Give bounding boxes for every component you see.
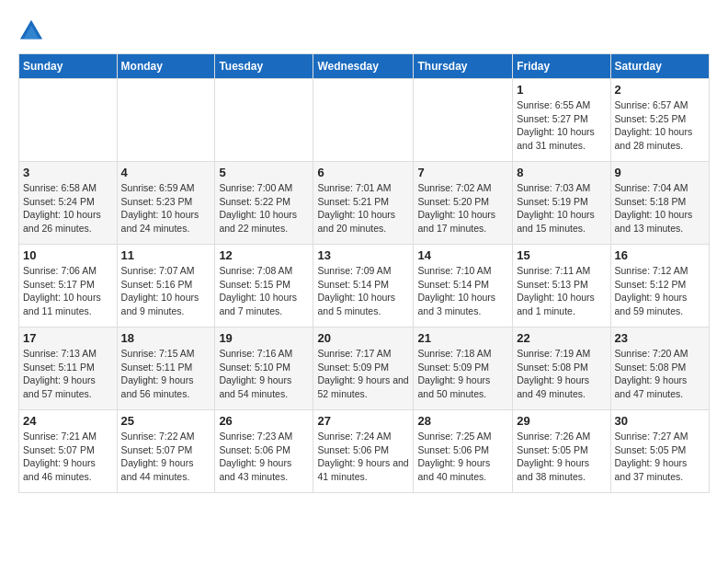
day-number: 23 [615, 331, 705, 345]
day-info: Sunrise: 7:18 AM Sunset: 5:09 PM Dayligh… [417, 347, 508, 401]
day-info: Sunrise: 7:12 AM Sunset: 5:12 PM Dayligh… [615, 264, 705, 318]
column-header-wednesday: Wednesday [313, 54, 414, 79]
day-cell: 8Sunrise: 7:03 AM Sunset: 5:19 PM Daylig… [513, 162, 610, 245]
day-cell: 11Sunrise: 7:07 AM Sunset: 5:16 PM Dayli… [117, 245, 215, 327]
day-cell: 14Sunrise: 7:10 AM Sunset: 5:14 PM Dayli… [414, 245, 513, 327]
calendar-table: SundayMondayTuesdayWednesdayThursdayFrid… [18, 53, 710, 493]
day-info: Sunrise: 6:59 AM Sunset: 5:23 PM Dayligh… [121, 181, 211, 236]
day-cell: 26Sunrise: 7:23 AM Sunset: 5:06 PM Dayli… [215, 410, 313, 493]
day-number: 16 [615, 248, 705, 262]
day-cell [414, 79, 513, 162]
day-info: Sunrise: 7:02 AM Sunset: 5:20 PM Dayligh… [417, 181, 508, 236]
column-header-tuesday: Tuesday [215, 54, 313, 79]
day-cell: 17Sunrise: 7:13 AM Sunset: 5:11 PM Dayli… [19, 327, 118, 410]
day-cell: 13Sunrise: 7:09 AM Sunset: 5:14 PM Dayli… [313, 245, 414, 327]
day-number: 1 [517, 83, 606, 97]
day-info: Sunrise: 7:07 AM Sunset: 5:16 PM Dayligh… [121, 264, 211, 318]
day-info: Sunrise: 7:21 AM Sunset: 5:07 PM Dayligh… [23, 430, 113, 484]
day-cell: 16Sunrise: 7:12 AM Sunset: 5:12 PM Dayli… [610, 245, 709, 327]
day-info: Sunrise: 7:17 AM Sunset: 5:09 PM Dayligh… [317, 347, 409, 401]
day-info: Sunrise: 7:25 AM Sunset: 5:06 PM Dayligh… [417, 430, 508, 484]
day-number: 27 [317, 414, 409, 428]
day-info: Sunrise: 7:24 AM Sunset: 5:06 PM Dayligh… [317, 430, 409, 484]
day-cell: 6Sunrise: 7:01 AM Sunset: 5:21 PM Daylig… [313, 162, 414, 245]
column-header-friday: Friday [513, 54, 610, 79]
day-info: Sunrise: 7:09 AM Sunset: 5:14 PM Dayligh… [317, 264, 409, 318]
day-number: 12 [219, 248, 309, 262]
day-number: 29 [517, 414, 606, 428]
day-cell: 7Sunrise: 7:02 AM Sunset: 5:20 PM Daylig… [414, 162, 513, 245]
page-header [18, 18, 710, 44]
day-cell [19, 79, 118, 162]
day-cell: 19Sunrise: 7:16 AM Sunset: 5:10 PM Dayli… [215, 327, 313, 410]
day-cell: 2Sunrise: 6:57 AM Sunset: 5:25 PM Daylig… [610, 79, 709, 162]
day-info: Sunrise: 7:04 AM Sunset: 5:18 PM Dayligh… [615, 181, 705, 236]
day-info: Sunrise: 7:20 AM Sunset: 5:08 PM Dayligh… [615, 347, 705, 401]
day-cell: 25Sunrise: 7:22 AM Sunset: 5:07 PM Dayli… [117, 410, 215, 493]
day-cell: 10Sunrise: 7:06 AM Sunset: 5:17 PM Dayli… [19, 245, 118, 327]
column-header-thursday: Thursday [414, 54, 513, 79]
day-cell: 9Sunrise: 7:04 AM Sunset: 5:18 PM Daylig… [610, 162, 709, 245]
header-row: SundayMondayTuesdayWednesdayThursdayFrid… [19, 54, 710, 79]
day-info: Sunrise: 7:26 AM Sunset: 5:05 PM Dayligh… [517, 430, 606, 484]
week-row-5: 24Sunrise: 7:21 AM Sunset: 5:07 PM Dayli… [19, 410, 710, 493]
column-header-monday: Monday [117, 54, 215, 79]
day-info: Sunrise: 7:19 AM Sunset: 5:08 PM Dayligh… [517, 347, 606, 401]
day-info: Sunrise: 7:13 AM Sunset: 5:11 PM Dayligh… [23, 347, 113, 401]
day-number: 22 [517, 331, 606, 345]
week-row-3: 10Sunrise: 7:06 AM Sunset: 5:17 PM Dayli… [19, 245, 710, 327]
day-number: 6 [317, 166, 409, 179]
day-info: Sunrise: 7:06 AM Sunset: 5:17 PM Dayligh… [23, 264, 113, 318]
day-cell: 29Sunrise: 7:26 AM Sunset: 5:05 PM Dayli… [513, 410, 610, 493]
day-info: Sunrise: 6:58 AM Sunset: 5:24 PM Dayligh… [23, 181, 113, 236]
column-header-saturday: Saturday [610, 54, 709, 79]
day-cell: 1Sunrise: 6:55 AM Sunset: 5:27 PM Daylig… [513, 79, 610, 162]
day-cell: 27Sunrise: 7:24 AM Sunset: 5:06 PM Dayli… [313, 410, 414, 493]
column-header-sunday: Sunday [19, 54, 118, 79]
day-cell: 5Sunrise: 7:00 AM Sunset: 5:22 PM Daylig… [215, 162, 313, 245]
day-cell: 15Sunrise: 7:11 AM Sunset: 5:13 PM Dayli… [513, 245, 610, 327]
day-cell: 18Sunrise: 7:15 AM Sunset: 5:11 PM Dayli… [117, 327, 215, 410]
day-cell: 22Sunrise: 7:19 AM Sunset: 5:08 PM Dayli… [513, 327, 610, 410]
day-number: 28 [417, 414, 508, 428]
day-number: 9 [615, 166, 705, 179]
day-cell: 24Sunrise: 7:21 AM Sunset: 5:07 PM Dayli… [19, 410, 118, 493]
week-row-4: 17Sunrise: 7:13 AM Sunset: 5:11 PM Dayli… [19, 327, 710, 410]
day-info: Sunrise: 7:22 AM Sunset: 5:07 PM Dayligh… [121, 430, 211, 484]
day-number: 11 [121, 248, 211, 262]
day-cell: 12Sunrise: 7:08 AM Sunset: 5:15 PM Dayli… [215, 245, 313, 327]
day-info: Sunrise: 7:23 AM Sunset: 5:06 PM Dayligh… [219, 430, 309, 484]
day-cell [313, 79, 414, 162]
day-cell [117, 79, 215, 162]
logo [18, 18, 48, 44]
day-info: Sunrise: 7:08 AM Sunset: 5:15 PM Dayligh… [219, 264, 309, 318]
day-number: 5 [219, 166, 309, 179]
day-number: 20 [317, 331, 409, 345]
day-cell: 21Sunrise: 7:18 AM Sunset: 5:09 PM Dayli… [414, 327, 513, 410]
day-number: 15 [517, 248, 606, 262]
day-cell: 28Sunrise: 7:25 AM Sunset: 5:06 PM Dayli… [414, 410, 513, 493]
day-number: 2 [615, 83, 705, 97]
day-info: Sunrise: 6:57 AM Sunset: 5:25 PM Dayligh… [615, 98, 705, 153]
day-number: 18 [121, 331, 211, 345]
day-number: 24 [23, 414, 113, 428]
day-number: 3 [23, 166, 113, 179]
day-info: Sunrise: 7:03 AM Sunset: 5:19 PM Dayligh… [517, 181, 606, 236]
day-number: 26 [219, 414, 309, 428]
day-number: 4 [121, 166, 211, 179]
day-cell: 23Sunrise: 7:20 AM Sunset: 5:08 PM Dayli… [610, 327, 709, 410]
day-cell: 4Sunrise: 6:59 AM Sunset: 5:23 PM Daylig… [117, 162, 215, 245]
day-info: Sunrise: 7:01 AM Sunset: 5:21 PM Dayligh… [317, 181, 409, 236]
day-number: 17 [23, 331, 113, 345]
day-cell: 30Sunrise: 7:27 AM Sunset: 5:05 PM Dayli… [610, 410, 709, 493]
day-cell [215, 79, 313, 162]
day-info: Sunrise: 6:55 AM Sunset: 5:27 PM Dayligh… [517, 98, 606, 153]
day-number: 21 [417, 331, 508, 345]
day-number: 19 [219, 331, 309, 345]
day-number: 7 [417, 166, 508, 179]
day-number: 8 [517, 166, 606, 179]
day-number: 30 [615, 414, 705, 428]
day-info: Sunrise: 7:15 AM Sunset: 5:11 PM Dayligh… [121, 347, 211, 401]
week-row-2: 3Sunrise: 6:58 AM Sunset: 5:24 PM Daylig… [19, 162, 710, 245]
day-number: 13 [317, 248, 409, 262]
